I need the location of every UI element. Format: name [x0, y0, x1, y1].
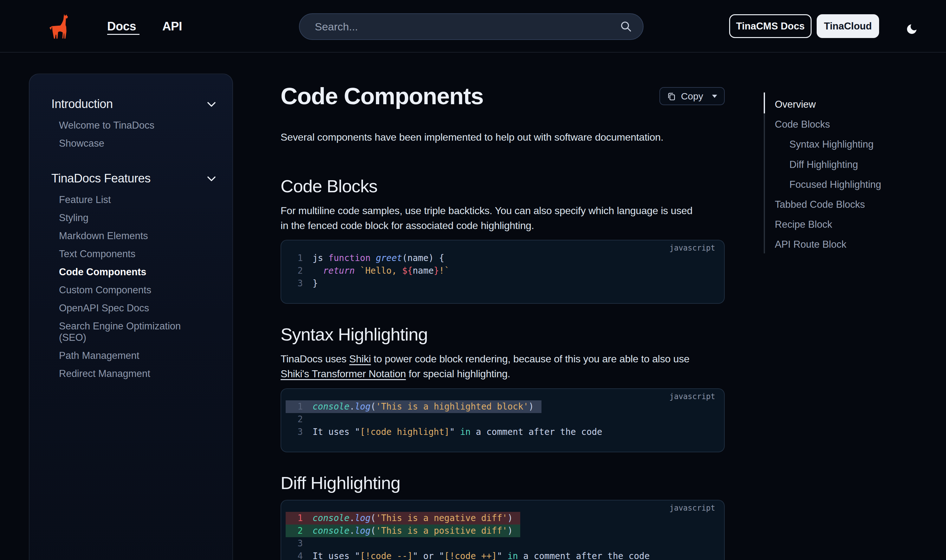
toc-item-diff-highlighting[interactable]: Diff Highlighting	[775, 159, 941, 171]
sidebar-item-text-components[interactable]: Text Components	[59, 248, 199, 260]
text-link[interactable]: Shiki's Transformer Notation	[281, 368, 406, 380]
sidebar-item-code-components[interactable]: Code Components	[59, 266, 199, 278]
main-content: Code Components Copy Several components …	[281, 52, 725, 560]
code-text: console.log('This is a highlighted block…	[313, 400, 534, 413]
code-token: log	[355, 401, 370, 412]
sidebar-item-search-engine-optimization-seo-[interactable]: Search Engine Optimization (SEO)	[59, 320, 199, 343]
sidebar-item-welcome-to-tinadocs[interactable]: Welcome to TinaDocs	[59, 120, 199, 131]
toc-item-focused-highlighting[interactable]: Focused Highlighting	[775, 179, 941, 190]
code-text: }	[313, 277, 318, 290]
paragraph-line: in the fenced code block for associated …	[281, 218, 725, 233]
chevron-down-icon	[207, 176, 216, 182]
top-navbar: Docs API Search... TinaCMS Docs TinaClou…	[0, 0, 946, 52]
code-text: console.log('This is a positive diff')	[313, 525, 512, 537]
code-token: return	[323, 265, 355, 276]
line-number: 1	[285, 252, 303, 265]
nav-tab-docs-underline	[107, 34, 139, 35]
toc-item-tabbed-code-blocks[interactable]: Tabbed Code Blocks	[775, 199, 941, 210]
toc-item-recipe-block[interactable]: Recipe Block	[775, 219, 941, 230]
sidebar-item-list: Welcome to TinaDocsShowcase	[59, 120, 216, 149]
code-block: javascript1console.log('This is a negati…	[281, 500, 725, 560]
code-token: [!code ++]	[444, 551, 497, 560]
chevron-down-icon	[207, 102, 216, 108]
code-token: It uses "	[313, 551, 360, 560]
section-paragraph: TinaDocs uses Shiki to power code block …	[281, 352, 725, 382]
toc-item-syntax-highlighting[interactable]: Syntax Highlighting	[775, 139, 941, 150]
code-line: 2console.log('This is a positive diff')	[285, 525, 520, 537]
code-text: return `Hello, ${name}!`	[313, 265, 449, 277]
paragraph-line: Shiki's Transformer Notation for special…	[281, 366, 725, 382]
code-language-label: javascript	[670, 392, 716, 401]
section-heading: Diff Highlighting	[281, 472, 725, 494]
code-text: js function greet(name) {	[313, 252, 444, 265]
code-language-label: javascript	[670, 504, 716, 512]
code-line: 1console.log('This is a highlighted bloc…	[285, 400, 542, 413]
sidebar: IntroductionWelcome to TinaDocsShowcaseT…	[29, 74, 233, 560]
code-token: (	[370, 526, 376, 536]
tinacloud-button[interactable]: TinaCloud	[816, 14, 879, 38]
line-number: 2	[285, 265, 303, 277]
code-token: [!code --]	[360, 551, 413, 560]
nav-tab-api[interactable]: API	[162, 20, 182, 33]
line-number: 2	[285, 525, 303, 537]
toc-rail	[764, 92, 765, 253]
copy-button-label: Copy	[681, 91, 703, 102]
code-token: name	[413, 265, 434, 276]
sidebar-section-title: Introduction	[51, 95, 113, 112]
dark-mode-toggle-moon-icon[interactable]	[906, 23, 918, 35]
code-token: }	[434, 265, 439, 276]
paragraph-line: For multiline code samples, use triple b…	[281, 203, 725, 218]
sidebar-item-markdown-elements[interactable]: Markdown Elements	[59, 230, 199, 242]
code-token: !`	[439, 265, 449, 276]
line-number: 2	[285, 413, 303, 426]
section-heading: Syntax Highlighting	[281, 323, 725, 346]
sidebar-item-path-management[interactable]: Path Management	[59, 350, 199, 362]
sidebar-section-title: TinaDocs Features	[51, 170, 151, 186]
code-token: (name) {	[402, 253, 444, 263]
sidebar-item-styling[interactable]: Styling	[59, 212, 199, 224]
sidebar-section-header[interactable]: Introduction	[51, 95, 216, 112]
sidebar-item-custom-components[interactable]: Custom Components	[59, 285, 199, 296]
code-line: 3}	[285, 277, 724, 290]
code-token: [!code highlight]	[360, 427, 449, 437]
code-token: )	[528, 401, 534, 412]
nav-tab-docs[interactable]: Docs	[107, 20, 136, 33]
sidebar-item-feature-list[interactable]: Feature List	[59, 194, 199, 206]
intro-paragraph: Several components have been implemented…	[281, 130, 725, 145]
code-token: function	[329, 253, 370, 263]
code-token: 'This is a positive diff'	[376, 526, 507, 536]
chevron-down-icon[interactable]	[207, 172, 216, 185]
sidebar-item-redirect-managment[interactable]: Redirect Managment	[59, 368, 199, 380]
section-paragraph: For multiline code samples, use triple b…	[281, 203, 725, 233]
sidebar-item-showcase[interactable]: Showcase	[59, 138, 199, 149]
text-link[interactable]: Shiki	[349, 353, 371, 365]
line-number: 1	[285, 512, 303, 525]
code-token: )	[508, 513, 513, 523]
copy-button[interactable]: Copy	[659, 87, 725, 105]
line-number: 3	[285, 537, 303, 550]
chevron-down-icon[interactable]	[207, 98, 216, 110]
code-token: console	[313, 513, 349, 523]
code-token: in	[508, 551, 518, 560]
sidebar-section-header[interactable]: TinaDocs Features	[51, 170, 216, 186]
copy-dropdown-caret-icon[interactable]	[712, 95, 717, 98]
tinacms-docs-button[interactable]: TinaCMS Docs	[729, 14, 812, 38]
code-token: .	[349, 401, 355, 412]
code-line: 1js function greet(name) {	[285, 252, 724, 265]
sidebar-item-openapi-spec-docs[interactable]: OpenAPI Spec Docs	[59, 303, 199, 314]
code-token: log	[355, 513, 370, 523]
section-heading: Code Blocks	[281, 175, 725, 198]
toc-item-api-route-block[interactable]: API Route Block	[775, 239, 941, 250]
tina-llama-logo[interactable]	[49, 14, 68, 39]
toc-item-overview[interactable]: Overview	[775, 99, 941, 110]
search-icon	[620, 21, 632, 32]
code-line: 1console.log('This is a negative diff')	[285, 512, 520, 525]
code-token: js	[313, 253, 329, 263]
toc-item-code-blocks[interactable]: Code Blocks	[775, 119, 941, 130]
search-input[interactable]: Search...	[299, 13, 644, 40]
line-number: 1	[285, 400, 303, 413]
line-number: 3	[285, 426, 303, 438]
code-token: greet	[376, 253, 402, 263]
code-token: console	[313, 401, 349, 412]
line-number: 4	[285, 550, 303, 560]
